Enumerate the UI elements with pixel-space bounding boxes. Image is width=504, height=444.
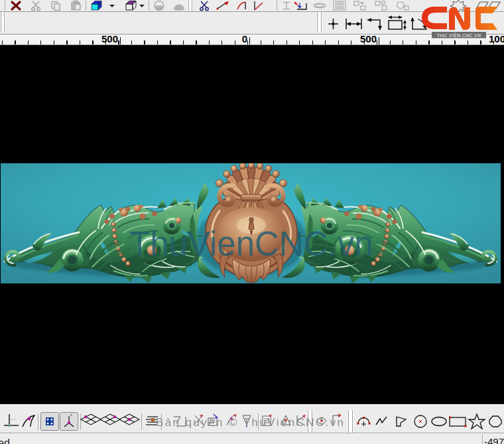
svg-text:THƯ VIỆN CNC.VN: THƯ VIỆN CNC.VN bbox=[437, 33, 481, 38]
svg-text:ThuVienCNC.vn: ThuVienCNC.vn bbox=[129, 225, 373, 263]
svg-text:Bản quyền © ThuVienCNC.vn: Bản quyền © ThuVienCNC.vn bbox=[156, 416, 345, 429]
